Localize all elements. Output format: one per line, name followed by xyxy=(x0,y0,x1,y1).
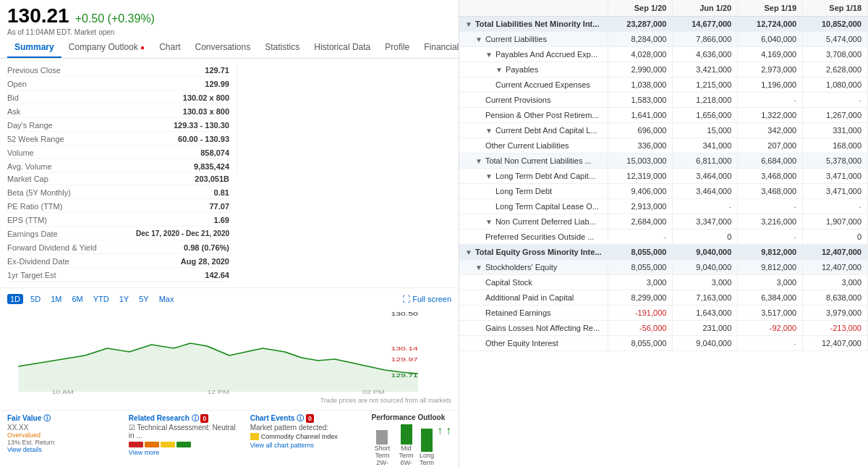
row-value: 14,677,000 xyxy=(673,17,738,32)
row-value: 2,990,000 xyxy=(608,62,673,77)
tab-financials[interactable]: Financials xyxy=(417,38,459,58)
summary-row: Ex-Dividend Date Aug 28, 2020 xyxy=(7,256,229,268)
right-panel: Sep 1/20 Jun 1/20 Sep 1/19 Sep 1/18 ▼Tot… xyxy=(459,0,868,467)
tab-conversations[interactable]: Conversations xyxy=(187,38,258,58)
row-value: 3,708,000 xyxy=(803,47,868,62)
period-5d[interactable]: 5D xyxy=(27,294,43,304)
row-label: ▼Current Liabilities xyxy=(459,32,608,47)
row-value: - xyxy=(738,230,803,245)
svg-text:12 PM: 12 PM xyxy=(207,390,229,395)
period-ytd[interactable]: YTD xyxy=(90,294,112,304)
svg-text:130.50: 130.50 xyxy=(391,311,418,316)
period-1d[interactable]: 1D xyxy=(7,294,23,304)
period-1m[interactable]: 1M xyxy=(48,294,64,304)
row-value: 168,000 xyxy=(803,138,868,153)
row-value: -191,000 xyxy=(608,306,673,321)
row-value: 6,684,000 xyxy=(738,153,803,169)
row-label: Additional Paid in Capital xyxy=(459,290,608,306)
row-value: 3,464,000 xyxy=(673,184,738,199)
summary-row: Day's Range 129.33 - 130.30 xyxy=(7,119,229,132)
row-value: 8,055,000 xyxy=(608,260,673,275)
svg-text:130.14: 130.14 xyxy=(391,345,418,351)
row-label: ▼Total Liabilities Net Minority Int... xyxy=(459,17,608,32)
row-label: Capital Stock xyxy=(459,275,608,290)
row-value: - xyxy=(673,199,738,214)
row-value: 3,979,000 xyxy=(803,306,868,321)
row-value: 0 xyxy=(673,230,738,245)
period-1y[interactable]: 1Y xyxy=(116,294,132,304)
tab-profile[interactable]: Profile xyxy=(378,38,417,58)
row-value: 8,638,000 xyxy=(803,290,868,306)
period-max[interactable]: Max xyxy=(156,294,177,304)
performance-box: Performance Outlook ShortTerm2W-5W MidTe… xyxy=(372,413,451,467)
row-value: 6,811,000 xyxy=(673,153,738,169)
row-value: 2,913,000 xyxy=(608,199,673,214)
period-5y[interactable]: 5Y xyxy=(136,294,151,304)
chart-container: 130.50 130.14 129.97 129.71 10 AM 12 PM … xyxy=(7,308,451,395)
summary-row: PE Ratio (TTM) 77.07 xyxy=(7,201,229,213)
chart-controls: 1D 5D 1M 6M YTD 1Y 5Y Max ⛶ Full screen xyxy=(7,294,451,304)
period-6m[interactable]: 6M xyxy=(69,294,85,304)
row-value: 9,812,000 xyxy=(738,245,803,260)
row-value: 207,000 xyxy=(738,138,803,153)
research-row: Fair Value ⓘ XX.XX Overvalued 13% Est. R… xyxy=(0,411,459,467)
row-value: 12,407,000 xyxy=(803,245,868,260)
row-value: 12,724,000 xyxy=(738,17,803,32)
row-value: 696,000 xyxy=(608,123,673,138)
row-label: ▼Payables xyxy=(459,62,608,77)
row-value: 342,000 xyxy=(738,123,803,138)
tab-summary[interactable]: Summary xyxy=(7,38,61,58)
table-row: ▼Total Equity Gross Minority Inte...8,05… xyxy=(459,245,868,260)
research-box: Related Research ⓘ 0 ☑ Technical Assessm… xyxy=(129,413,243,467)
row-value: 1,038,000 xyxy=(608,77,673,93)
summary-row: 1yr Target Est 142.64 xyxy=(7,269,229,282)
summary-row: Market Cap 203,051B xyxy=(7,173,229,185)
summary-row: Earnings Date Dec 17, 2020 - Dec 21, 202… xyxy=(7,228,229,240)
tab-company-outlook[interactable]: Company Outlook ● xyxy=(61,38,152,58)
table-row: ▼Total Non Current Liabilities ...15,003… xyxy=(459,153,868,169)
row-value: 3,000 xyxy=(608,275,673,290)
row-value: 8,055,000 xyxy=(608,336,673,351)
nav-tabs: Summary Company Outlook ● Chart Conversa… xyxy=(0,38,459,59)
fullscreen-button[interactable]: ⛶ Full screen xyxy=(402,295,451,303)
row-value: 8,055,000 xyxy=(608,245,673,260)
row-value: 3,468,000 xyxy=(738,184,803,199)
row-value: 23,287,000 xyxy=(608,17,673,32)
row-label: Other Current Liabilities xyxy=(459,138,608,153)
table-row: Capital Stock3,0003,0003,0003,000 xyxy=(459,275,868,290)
table-row: ▼Payables2,990,0003,421,0002,973,0002,62… xyxy=(459,62,868,77)
row-value: 341,000 xyxy=(673,138,738,153)
row-value: 1,267,000 xyxy=(803,108,868,123)
row-value: 3,464,000 xyxy=(673,169,738,184)
summary-row: 52 Week Range 60.00 - 130.93 xyxy=(7,133,229,146)
row-label: Long Term Capital Lease O... xyxy=(459,199,608,214)
row-value: 3,471,000 xyxy=(803,169,868,184)
table-header: Sep 1/20 Jun 1/20 Sep 1/19 Sep 1/18 xyxy=(459,0,868,17)
tab-historical-data[interactable]: Historical Data xyxy=(307,38,378,58)
row-value: 15,000 xyxy=(673,123,738,138)
table-row: ▼Non Current Deferred Liab...2,684,0003,… xyxy=(459,214,868,230)
chart-events-box: Chart Events ⓘ 0 Market pattern detected… xyxy=(250,413,365,467)
row-value: 3,000 xyxy=(673,275,738,290)
row-value: 9,406,000 xyxy=(608,184,673,199)
summary-left: Previous Close 129.71 Open 129.99 Bid 13… xyxy=(7,64,229,173)
row-label: ▼Stockholders' Equity xyxy=(459,260,608,275)
col-sep119: Sep 1/19 xyxy=(738,0,803,17)
table-row: Gains Losses Not Affecting Re...-56,0002… xyxy=(459,321,868,336)
row-value: 1,196,000 xyxy=(738,77,803,93)
table-row: Additional Paid in Capital8,299,0007,163… xyxy=(459,290,868,306)
summary-row: Previous Close 129.71 xyxy=(7,64,229,77)
tab-statistics[interactable]: Statistics xyxy=(258,38,307,58)
table-row: Current Accrued Expenses1,038,0001,215,0… xyxy=(459,77,868,93)
summary-divider xyxy=(237,64,237,173)
row-value: 12,407,000 xyxy=(803,260,868,275)
row-value: 3,517,000 xyxy=(738,306,803,321)
col-jun120: Jun 1/20 xyxy=(673,0,738,17)
row-label: Current Accrued Expenses xyxy=(459,77,608,93)
row-value: 1,080,000 xyxy=(803,77,868,93)
row-value: -213,000 xyxy=(803,321,868,336)
tab-chart[interactable]: Chart xyxy=(152,38,187,58)
row-value: 1,218,000 xyxy=(673,93,738,108)
row-value: 3,468,000 xyxy=(738,169,803,184)
table-row: ▼Payables And Accrued Exp...4,028,0004,6… xyxy=(459,47,868,62)
